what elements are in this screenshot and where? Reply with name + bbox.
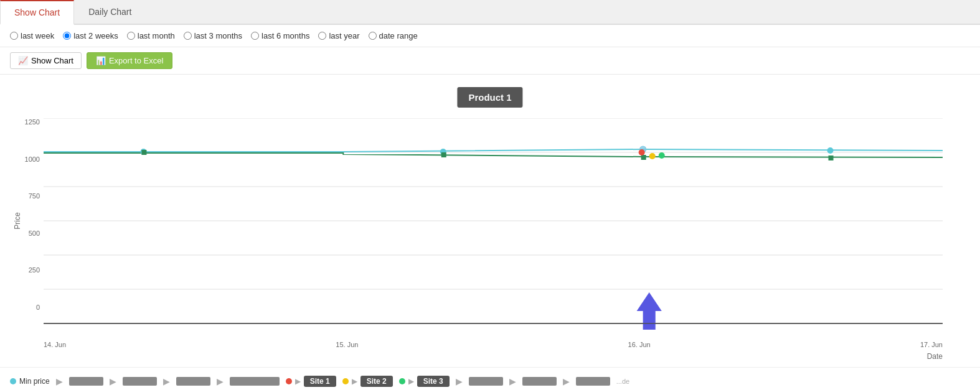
legend-gray-5 [469,377,503,386]
legend-gray-6 [522,377,557,386]
arrow-8: ▶ [456,376,463,386]
chart-container: Product 1 Price 1250 1000 750 500 250 0 [0,75,980,367]
site1-dot [286,378,292,384]
legend-gray-7 [576,377,610,386]
legend-site2: ▶ Site 2 [342,376,393,387]
radio-last-week[interactable]: last week [10,31,54,40]
arrow-6: ▶ [352,377,357,386]
excel-icon: 📊 [96,56,106,65]
site3-badge: Site 3 [417,376,450,387]
show-chart-label: Show Chart [31,56,73,65]
radio-date-range[interactable]: date range [369,31,418,40]
radio-last-month[interactable]: last month [127,31,175,40]
date-axis-label: Date [927,352,943,361]
legend-site1: ▶ Site 1 [286,376,336,387]
radio-last-2-weeks[interactable]: last 2 weeks [63,31,118,40]
legend-gray-2 [123,377,157,386]
x-label-17jun: 17. Jun [920,341,943,348]
arrow-1: ▶ [56,376,63,386]
legend-gray-4 [230,377,280,386]
svg-marker-18 [637,292,662,330]
arrow-3: ▶ [163,376,170,386]
radio-last-3-months[interactable]: last 3 months [184,31,242,40]
legend-gray-1 [69,377,103,386]
tab-bar: Show Chart Daily Chart [0,0,980,25]
y-ticks: 1250 1000 750 500 250 0 [10,118,40,311]
min-price-label: Min price [19,377,50,386]
show-chart-button[interactable]: 📈 Show Chart [10,52,82,69]
tab-show-chart-label: Show Chart [14,7,60,17]
product-label: Product 1 [457,87,522,108]
action-buttons-bar: 📈 Show Chart 📊 Export to Excel [0,47,980,75]
arrow-5: ▶ [295,377,301,386]
export-excel-button[interactable]: 📊 Export to Excel [87,52,172,69]
x-label-16jun: 16. Jun [628,341,651,348]
chart-icon: 📈 [18,56,28,65]
svg-rect-12 [441,152,446,157]
svg-point-15 [639,149,645,156]
legend-min-price: Min price [10,377,50,386]
tab-daily-chart[interactable]: Daily Chart [74,0,146,24]
x-axis-labels: 14. Jun 15. Jun 16. Jun 17. Jun [44,341,943,348]
svg-rect-11 [141,150,146,155]
svg-point-10 [827,147,833,154]
tab-daily-chart-label: Daily Chart [88,7,131,17]
svg-rect-14 [828,156,833,160]
site2-dot [342,378,349,384]
x-label-15jun: 15. Jun [336,341,358,348]
chart-svg [44,118,943,330]
export-label: Export to Excel [109,56,163,65]
svg-point-17 [659,152,665,159]
arrow-2: ▶ [110,376,116,386]
site1-badge: Site 1 [304,376,336,387]
tab-show-chart[interactable]: Show Chart [0,0,74,25]
legend-gray-3 [176,377,210,386]
radio-last-6-months[interactable]: last 6 months [251,31,309,40]
controls-bar: last week last 2 weeks last month last 3… [0,25,980,47]
site2-badge: Site 2 [360,376,393,387]
legend-bar: Min price ▶ ▶ ▶ ▶ ▶ Site 1 ▶ Site 2 ▶ Si… [0,367,980,390]
radio-last-year[interactable]: last year [318,31,359,40]
site3-dot [399,378,405,384]
arrow-9: ▶ [509,376,516,386]
svg-rect-13 [641,155,646,160]
legend-site3: ▶ Site 3 [399,376,450,387]
chart-area: 14. Jun 15. Jun 16. Jun 17. Jun Date [44,118,943,330]
arrow-7: ▶ [408,377,414,386]
arrow-4: ▶ [217,376,224,386]
time-range-group: last week last 2 weeks last month last 3… [10,31,418,40]
svg-point-16 [649,153,656,159]
min-price-dot [10,378,16,384]
arrow-10: ▶ [563,376,570,386]
x-label-14jun: 14. Jun [44,341,66,348]
